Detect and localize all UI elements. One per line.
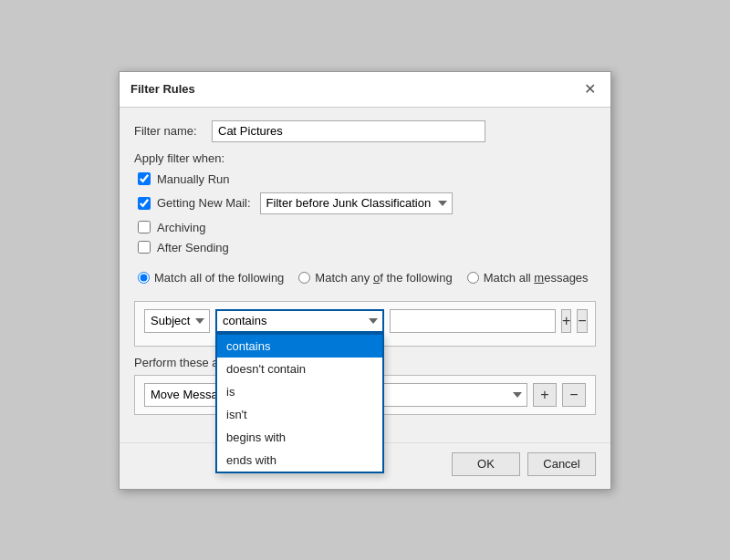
add-action-button[interactable]: + xyxy=(533,383,557,407)
match-options-section: Match all of the following Match any of … xyxy=(134,264,596,292)
archiving-checkbox[interactable] xyxy=(138,221,151,233)
mail-filter-select[interactable]: Filter before Junk Classification Filter… xyxy=(260,192,453,214)
archiving-row: Archiving xyxy=(138,221,596,234)
remove-action-button[interactable]: − xyxy=(562,383,586,407)
dropdown-item-doesnt-contain[interactable]: doesn't contain xyxy=(217,358,382,380)
conditions-section: Subject From To CC Date Priority Status … xyxy=(134,301,596,347)
match-any-label: Match any of the following xyxy=(315,271,452,285)
manually-run-checkbox[interactable] xyxy=(138,172,151,185)
after-sending-row: After Sending xyxy=(138,241,596,254)
dropdown-item-ends-with[interactable]: ends with xyxy=(217,449,382,472)
dropdown-item-isnt[interactable]: isn't xyxy=(217,403,382,426)
filter-name-row: Filter name: xyxy=(134,120,596,142)
ok-button[interactable]: OK xyxy=(452,452,520,476)
archiving-label: Archiving xyxy=(157,221,205,234)
condition-value-input[interactable] xyxy=(390,309,556,333)
filter-name-input[interactable] xyxy=(212,120,485,142)
getting-new-mail-checkbox[interactable] xyxy=(138,197,151,210)
match-any-radio[interactable] xyxy=(298,272,310,284)
dropdown-item-is[interactable]: is xyxy=(217,380,382,403)
match-messages-option[interactable]: Match all messages xyxy=(467,271,589,285)
add-condition-button[interactable]: + xyxy=(561,309,571,333)
filter-rules-dialog: Filter Rules ✕ Filter name: Apply filter… xyxy=(119,71,611,490)
apply-when-label: Apply filter when: xyxy=(134,151,596,165)
manually-run-row: Manually Run xyxy=(138,172,596,186)
close-button[interactable]: ✕ xyxy=(579,79,600,99)
match-messages-radio[interactable] xyxy=(467,272,479,284)
remove-condition-button[interactable]: − xyxy=(577,309,587,333)
dropdown-item-contains[interactable]: contains xyxy=(217,335,382,358)
filter-name-label: Filter name: xyxy=(134,124,212,138)
cancel-button[interactable]: Cancel xyxy=(527,452,596,476)
after-sending-checkbox[interactable] xyxy=(138,241,151,254)
match-any-option[interactable]: Match any of the following xyxy=(298,271,452,285)
mail-filter-dropdown-wrapper: Filter before Junk Classification Filter… xyxy=(260,192,453,214)
match-all-option[interactable]: Match all of the following xyxy=(138,271,284,285)
getting-new-mail-label: Getting New Mail: xyxy=(157,196,251,210)
condition-dropdown-popup: contains doesn't contain is isn't begins… xyxy=(215,333,384,473)
getting-new-mail-row: Getting New Mail: Filter before Junk Cla… xyxy=(138,192,596,214)
match-all-label: Match all of the following xyxy=(154,271,284,285)
after-sending-label: After Sending xyxy=(157,241,229,254)
condition-row: Subject From To CC Date Priority Status … xyxy=(144,309,586,333)
condition-select-wrapper: contains doesn't contain is isn't begins… xyxy=(215,309,384,333)
manually-run-label: Manually Run xyxy=(157,172,230,186)
condition-select[interactable]: contains doesn't contain is isn't begins… xyxy=(215,309,384,333)
match-messages-label: Match all messages xyxy=(484,271,589,285)
dialog-title: Filter Rules xyxy=(130,82,195,96)
title-bar: Filter Rules ✕ xyxy=(120,72,610,108)
match-all-radio[interactable] xyxy=(138,272,150,284)
dropdown-item-begins-with[interactable]: begins with xyxy=(217,426,382,449)
subject-select[interactable]: Subject From To CC Date Priority Status xyxy=(144,309,210,333)
